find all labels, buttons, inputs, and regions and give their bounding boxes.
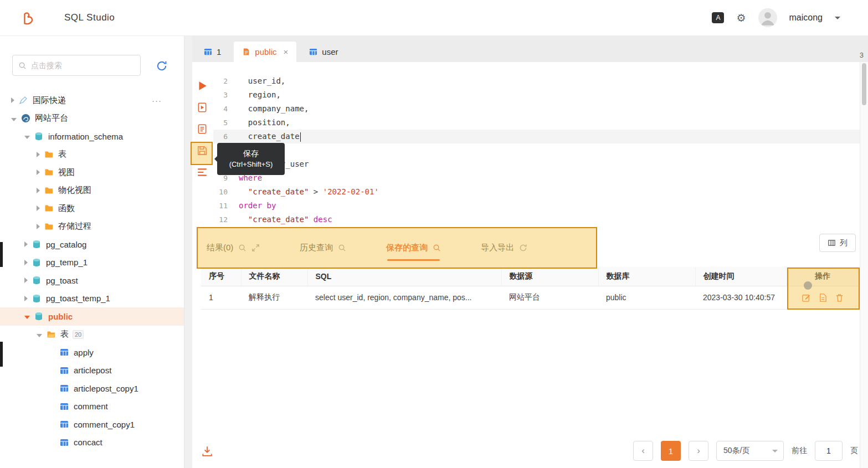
columns-button[interactable]: 列	[819, 234, 856, 252]
prev-page-button[interactable]: ‹	[633, 441, 653, 461]
folder-icon	[44, 204, 54, 213]
search-icon[interactable]	[238, 244, 246, 252]
left-edge-handle[interactable]	[0, 242, 3, 267]
tree-item-pg-toast-temp-1[interactable]: pg_toast_temp_1	[0, 290, 184, 308]
tree-item-pg-catalog[interactable]: pg_catalog	[0, 235, 184, 254]
chevron-right-icon[interactable]	[37, 152, 40, 157]
tree-item-procedures-folder[interactable]: 存储过程	[0, 218, 184, 236]
explain-icon[interactable]	[197, 124, 209, 136]
code-line: 12 "create_date" desc	[213, 213, 868, 227]
run-selection-icon[interactable]	[197, 102, 209, 114]
tree-item-matviews-folder[interactable]: 物化视图	[0, 182, 184, 200]
chevron-right-icon[interactable]	[24, 260, 28, 265]
chevron-right-icon[interactable]	[37, 169, 40, 175]
results-tab-label: 保存的查询	[386, 243, 428, 253]
tab-user[interactable]: user	[301, 42, 346, 62]
format-icon[interactable]	[197, 167, 209, 179]
tree-item-table-apply[interactable]: apply	[0, 343, 184, 362]
sql-editor[interactable]: 2 user_id, 3 region, 4 company_name, 5 p…	[192, 62, 868, 227]
database-icon	[32, 276, 42, 285]
tree-item-label: 存储过程	[58, 221, 91, 232]
search-box[interactable]	[12, 55, 141, 76]
edit-icon[interactable]	[802, 293, 811, 302]
scrollbar-thumb[interactable]	[862, 63, 866, 105]
delete-icon[interactable]	[835, 293, 844, 302]
save-icon[interactable]	[197, 145, 209, 157]
expand-icon[interactable]	[251, 244, 260, 252]
tree-item-functions-folder[interactable]: 函数	[0, 199, 184, 218]
tab-import-export[interactable]: 导入导出	[481, 227, 527, 269]
tree-item-connection[interactable]: 国际快递 ···	[0, 91, 184, 110]
tab-saved-queries[interactable]: 保存的查询	[386, 227, 441, 269]
chevron-down-icon[interactable]	[11, 118, 17, 121]
chevron-down-icon[interactable]	[24, 136, 30, 139]
tree-item-public[interactable]: public	[0, 307, 184, 326]
line-number: 5	[213, 116, 228, 130]
folder-open-icon	[47, 330, 56, 339]
code-area[interactable]: 2 user_id, 3 region, 4 company_name, 5 p…	[213, 74, 868, 227]
page-size-select[interactable]: 50条/页	[716, 441, 784, 461]
code-line: 11order by	[213, 199, 868, 213]
left-edge-handle[interactable]	[0, 342, 3, 367]
line-number: 12	[213, 213, 228, 227]
tab-query-1[interactable]: 1	[196, 42, 229, 62]
tree-item-label: pg_catalog	[46, 240, 86, 249]
view-sql-icon[interactable]	[818, 293, 828, 302]
code-line: 7from	[213, 143, 868, 157]
chevron-right-icon[interactable]	[37, 205, 40, 211]
columns-button-label: 列	[840, 238, 848, 248]
tab-results[interactable]: 结果(0)	[207, 227, 260, 269]
sql-file-icon	[242, 48, 250, 56]
chevron-right-icon[interactable]	[24, 277, 28, 283]
goto-page-input[interactable]	[815, 441, 843, 461]
language-icon[interactable]: A	[712, 12, 724, 23]
close-icon[interactable]: ×	[284, 47, 289, 56]
tree-item-tables-folder[interactable]: 表	[0, 146, 184, 164]
tab-public[interactable]: public ×	[234, 42, 296, 62]
tree-item-datasource[interactable]: 网站平台	[0, 110, 184, 128]
chevron-right-icon[interactable]	[37, 224, 40, 229]
cell-created: 2023-03-30 10:40:57	[695, 286, 787, 309]
settings-gear-icon[interactable]: ⚙	[736, 13, 746, 23]
more-menu-icon[interactable]: ···	[152, 96, 162, 105]
table-row[interactable]: 1 解释执行 select user_id, region, company_n…	[201, 286, 859, 309]
app-logo-icon	[20, 9, 37, 26]
download-icon[interactable]	[201, 445, 213, 457]
search-icon[interactable]	[338, 244, 346, 252]
page-number-button[interactable]: 1	[661, 441, 681, 461]
tree-item-views-folder[interactable]: 视图	[0, 163, 184, 182]
chevron-down-icon[interactable]	[835, 17, 840, 22]
chevron-right-icon[interactable]	[24, 296, 28, 301]
tree-item-pg-temp-1[interactable]: pg_temp_1	[0, 254, 184, 272]
results-tab-label: 历史查询	[300, 243, 333, 253]
chevron-down-icon[interactable]	[37, 334, 42, 337]
run-icon[interactable]	[197, 80, 209, 92]
tree-item-pg-toast[interactable]: pg_toast	[0, 271, 184, 290]
tree-item-table-articlepost-copy1[interactable]: articlepost_copy1	[0, 379, 184, 398]
username[interactable]: maicong	[789, 13, 823, 23]
refresh-icon[interactable]	[156, 60, 168, 72]
tree-item-table-concact[interactable]: concact	[0, 434, 184, 452]
col-header-index: 序号	[201, 267, 241, 286]
line-number: 2	[213, 74, 228, 88]
user-avatar[interactable]	[758, 8, 777, 27]
chevron-down-icon[interactable]	[24, 316, 30, 319]
editor-tabbar: 1 public × user 3	[192, 36, 868, 62]
tree-item-table-comment-copy1[interactable]: comment_copy1	[0, 415, 184, 434]
next-page-button[interactable]: ›	[689, 441, 708, 461]
search-input[interactable]	[31, 61, 135, 70]
results-tab-label: 结果(0)	[207, 243, 233, 253]
tree-item-table-articlepost[interactable]: articlepost	[0, 362, 184, 380]
search-icon[interactable]	[433, 244, 441, 252]
chevron-right-icon[interactable]	[11, 97, 14, 103]
sync-icon[interactable]	[519, 244, 527, 252]
topbar: SQL Studio A ⚙ maicong	[0, 0, 868, 36]
page-size-value: 50条/页	[723, 446, 749, 456]
tab-history[interactable]: 历史查询	[300, 227, 346, 269]
tree-item-schema[interactable]: information_schema	[0, 127, 184, 146]
chevron-right-icon[interactable]	[37, 188, 40, 193]
tree-item-table-comment[interactable]: comment	[0, 398, 184, 416]
tree-item-public-tables-folder[interactable]: 表 20	[0, 326, 184, 344]
code-text: "create_date" > '2022-02-01'	[228, 185, 379, 199]
chevron-right-icon[interactable]	[24, 241, 28, 247]
